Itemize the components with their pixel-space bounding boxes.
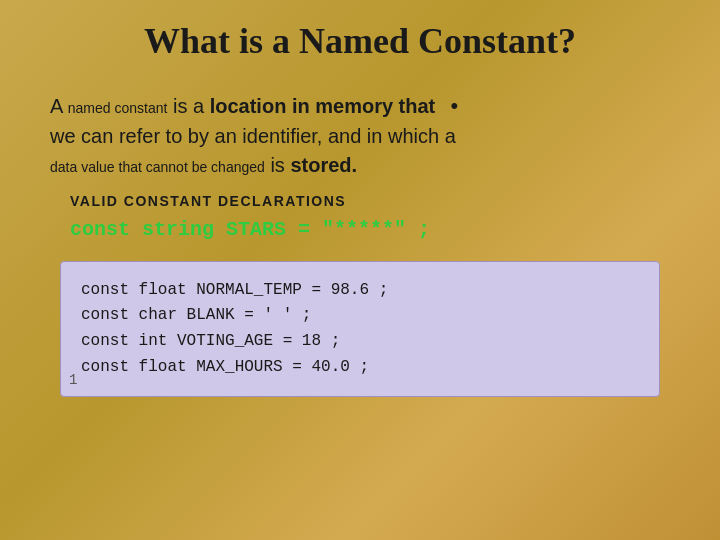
- bullet-dot: •: [451, 93, 459, 118]
- bullet-section: A named constant is a location in memory…: [50, 90, 670, 180]
- code-line-4: const float MAX_HOURS = 40.0 ;: [81, 355, 639, 381]
- desc-data-value: data value that cannot be changed: [50, 159, 265, 175]
- desc-named-constant: named constant: [68, 100, 168, 116]
- desc-a: A: [50, 95, 68, 117]
- page: What is a Named Constant? A named consta…: [0, 0, 720, 540]
- page-title: What is a Named Constant?: [50, 20, 670, 62]
- code-line-1: const float NORMAL_TEMP = 98.6 ;: [81, 278, 639, 304]
- desc-is-stored: is stored.: [265, 154, 357, 176]
- line-number: 1: [69, 372, 77, 388]
- description-text: A named constant is a location in memory…: [50, 90, 670, 180]
- code-line-3: const int VOTING_AGE = 18 ;: [81, 329, 639, 355]
- desc-is-a: is a location in memory that: [167, 95, 435, 117]
- green-code-line: const string STARS = "*****" ;: [70, 218, 670, 241]
- section-label: VALID CONSTANT DECLARATIONS: [70, 193, 346, 209]
- desc-we-can: we can refer to by an identifier, and in…: [50, 125, 456, 147]
- code-box: const float NORMAL_TEMP = 98.6 ; const c…: [60, 261, 660, 397]
- code-line-2: const char BLANK = ' ' ;: [81, 303, 639, 329]
